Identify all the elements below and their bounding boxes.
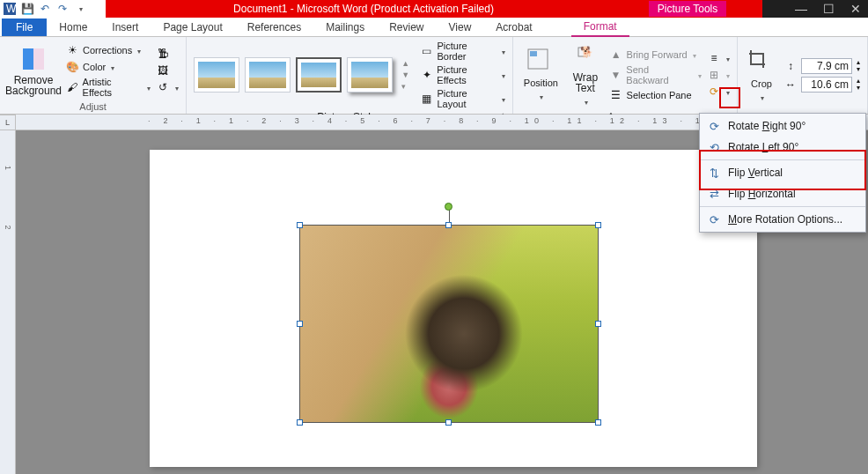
wrap-text-button[interactable]: 🐕 WrapText: [567, 41, 603, 109]
window-controls: — ☐ ✕: [762, 0, 868, 18]
compress-pictures-button[interactable]: 🗜: [156, 47, 179, 61]
gallery-more-icon[interactable]: ▾: [401, 82, 409, 91]
rotate-left-90-item[interactable]: ⟲ Rotate Left 90°: [700, 137, 865, 158]
svg-rect-5: [530, 51, 537, 56]
resize-handle[interactable]: [445, 419, 452, 426]
style-thumb[interactable]: [194, 57, 239, 93]
change-picture-button[interactable]: 🖼: [156, 63, 179, 78]
qat-dropdown-icon[interactable]: [74, 3, 86, 15]
svg-text:🐕: 🐕: [580, 45, 593, 58]
close-icon[interactable]: ✕: [850, 2, 861, 16]
selection-pane-button[interactable]: ☰Selection Pane: [609, 88, 702, 102]
style-gallery[interactable]: [194, 57, 393, 93]
resize-handle[interactable]: [297, 321, 303, 327]
tab-view[interactable]: View: [437, 19, 484, 36]
document-title: Document1 - Microsoft Word (Product Acti…: [106, 0, 622, 18]
group-button[interactable]: ⊞: [707, 68, 730, 82]
bring-forward-button[interactable]: ▲Bring Forward: [609, 48, 702, 62]
picture-content: [300, 226, 598, 422]
adjust-group-label: Adjust: [7, 100, 179, 114]
rotate-right-90-item[interactable]: ⟳ Rotate Right 90°: [700, 115, 865, 137]
tab-format[interactable]: Format: [571, 18, 629, 37]
picture-border-button[interactable]: ▭Picture Border: [420, 41, 505, 62]
titlebar-spacer: [754, 0, 762, 18]
maximize-icon[interactable]: ☐: [823, 2, 835, 16]
picture-effects-button[interactable]: ✦Picture Effects: [420, 64, 505, 85]
titlebar: W 💾 ↶ ↷ Document1 - Microsoft Word (Prod…: [0, 0, 868, 18]
style-thumb[interactable]: [296, 57, 342, 93]
flip-vertical-item[interactable]: ⇅ Flip Vertical: [700, 162, 865, 183]
style-thumb[interactable]: [245, 57, 291, 93]
resize-handle[interactable]: [445, 222, 452, 228]
height-field[interactable]: ↕7.9 cm▴▾: [783, 58, 860, 74]
tab-review[interactable]: Review: [377, 19, 436, 36]
tab-mailings[interactable]: Mailings: [313, 19, 377, 36]
resize-handle[interactable]: [595, 321, 601, 327]
picture-tools-label: Picture Tools: [649, 1, 726, 17]
resize-handle[interactable]: [297, 419, 303, 426]
selected-picture[interactable]: [299, 225, 599, 423]
align-button[interactable]: ≡: [707, 51, 730, 65]
corrections-button[interactable]: ☀Corrections: [65, 43, 151, 57]
ruler-corner: L: [0, 115, 16, 130]
group-picture-styles: ▲ ▼ ▾ ▭Picture Border ✦Picture Effects ▦…: [187, 37, 513, 114]
minimize-icon[interactable]: —: [795, 2, 807, 16]
rotate-left-icon: ⟲: [707, 140, 721, 154]
rotation-handle[interactable]: [445, 203, 452, 211]
style-thumb[interactable]: [347, 57, 393, 93]
gallery-down-icon[interactable]: ▼: [401, 70, 409, 79]
gallery-up-icon[interactable]: ▲: [401, 59, 409, 68]
crop-button[interactable]: Crop: [745, 47, 778, 105]
resize-handle[interactable]: [595, 419, 601, 426]
svg-rect-3: [23, 48, 33, 70]
color-button[interactable]: 🎨Color: [65, 60, 151, 74]
group-size: Crop ↕7.9 cm▴▾ ↔10.6 cm▴▾ Size◢: [738, 37, 868, 114]
undo-icon[interactable]: ↶: [39, 3, 51, 15]
tab-acrobat[interactable]: Acrobat: [483, 19, 544, 36]
flip-horizontal-item[interactable]: ⇄ Flip Horizontal: [700, 183, 865, 204]
group-adjust: RemoveBackground ☀Corrections 🎨Color 🖌Ar…: [0, 37, 187, 114]
quick-access-toolbar: W 💾 ↶ ↷: [0, 0, 106, 18]
tab-references[interactable]: References: [235, 19, 313, 36]
word-icon: W: [4, 3, 16, 15]
remove-background-button[interactable]: RemoveBackground: [7, 43, 60, 98]
vertical-ruler[interactable]: [0, 130, 16, 474]
redo-icon[interactable]: ↷: [56, 3, 69, 15]
ribbon: RemoveBackground ☀Corrections 🎨Color 🖌Ar…: [0, 37, 868, 115]
rotate-dropdown-menu: ⟳ Rotate Right 90° ⟲ Rotate Left 90° ⇅ F…: [699, 113, 866, 233]
width-field[interactable]: ↔10.6 cm▴▾: [783, 77, 860, 93]
rotate-button[interactable]: ⟳: [707, 85, 730, 99]
tab-home[interactable]: Home: [47, 19, 99, 36]
group-arrange: Position 🐕 WrapText ▲Bring Forward ▼Send…: [513, 37, 738, 114]
more-options-icon: ⟳: [707, 212, 721, 226]
ribbon-tabs: File Home Insert Page Layout References …: [0, 18, 868, 37]
picture-tools-tabgroup: Picture Tools: [622, 0, 754, 18]
picture-layout-button[interactable]: ▦Picture Layout: [420, 88, 505, 109]
rotate-right-icon: ⟳: [707, 119, 721, 133]
save-icon[interactable]: 💾: [21, 3, 33, 15]
resize-handle[interactable]: [297, 222, 303, 228]
send-backward-button[interactable]: ▼Send Backward: [609, 64, 702, 85]
resize-handle[interactable]: [595, 222, 601, 228]
tab-page-layout[interactable]: Page Layout: [151, 19, 234, 36]
flip-horizontal-icon: ⇄: [707, 187, 721, 201]
flip-vertical-icon: ⇅: [707, 166, 721, 180]
more-rotation-options-item[interactable]: ⟳ More Rotation Options...: [700, 209, 865, 230]
tab-insert[interactable]: Insert: [99, 19, 151, 36]
svg-text:W: W: [6, 3, 16, 15]
file-tab[interactable]: File: [2, 19, 47, 36]
reset-picture-button[interactable]: ↺: [156, 80, 179, 94]
artistic-effects-button[interactable]: 🖌Artistic Effects: [65, 77, 151, 98]
position-button[interactable]: Position: [520, 46, 562, 104]
